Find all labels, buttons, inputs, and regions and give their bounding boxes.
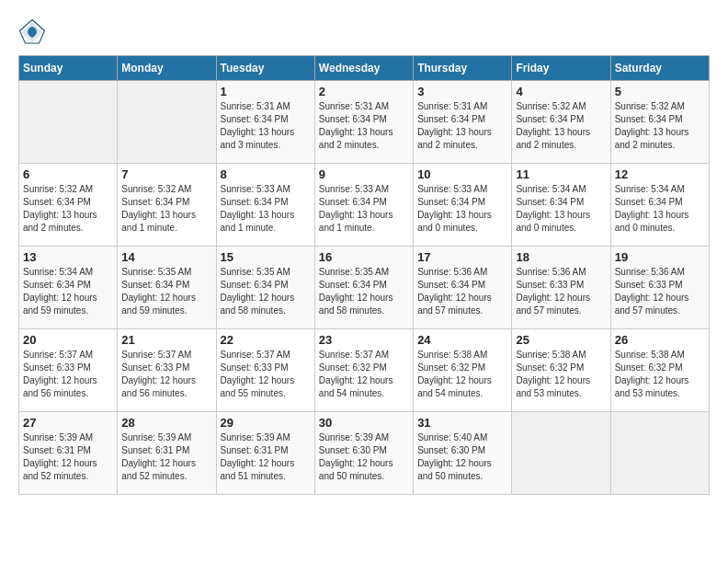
day-info: Sunrise: 5:39 AMSunset: 6:31 PMDaylight:… xyxy=(121,431,211,483)
day-cell: 13Sunrise: 5:34 AMSunset: 6:34 PMDayligh… xyxy=(19,247,118,329)
day-info: Sunrise: 5:33 AMSunset: 6:34 PMDaylight:… xyxy=(319,183,409,235)
day-info: Sunrise: 5:39 AMSunset: 6:30 PMDaylight:… xyxy=(319,431,409,483)
day-number: 9 xyxy=(319,167,409,181)
day-number: 11 xyxy=(516,167,606,181)
day-cell: 19Sunrise: 5:36 AMSunset: 6:33 PMDayligh… xyxy=(610,247,709,329)
week-row-5: 27Sunrise: 5:39 AMSunset: 6:31 PMDayligh… xyxy=(19,412,710,495)
day-number: 22 xyxy=(221,333,311,347)
day-number: 29 xyxy=(221,416,311,430)
day-number: 5 xyxy=(615,85,705,98)
day-number: 3 xyxy=(417,85,507,98)
day-info: Sunrise: 5:34 AMSunset: 6:34 PMDaylight:… xyxy=(615,183,705,235)
day-number: 21 xyxy=(121,333,211,347)
day-cell: 29Sunrise: 5:39 AMSunset: 6:31 PMDayligh… xyxy=(216,412,314,495)
day-info: Sunrise: 5:40 AMSunset: 6:30 PMDaylight:… xyxy=(417,431,507,483)
week-row-3: 13Sunrise: 5:34 AMSunset: 6:34 PMDayligh… xyxy=(19,247,710,329)
day-number: 1 xyxy=(221,85,311,98)
day-number: 18 xyxy=(516,250,606,264)
day-cell: 15Sunrise: 5:35 AMSunset: 6:34 PMDayligh… xyxy=(216,247,314,329)
day-cell xyxy=(512,412,610,495)
day-number: 27 xyxy=(23,416,113,430)
day-cell: 1Sunrise: 5:31 AMSunset: 6:34 PMDaylight… xyxy=(216,81,314,164)
day-cell: 10Sunrise: 5:33 AMSunset: 6:34 PMDayligh… xyxy=(414,164,512,247)
day-cell: 27Sunrise: 5:39 AMSunset: 6:31 PMDayligh… xyxy=(19,412,118,495)
day-cell: 21Sunrise: 5:37 AMSunset: 6:33 PMDayligh… xyxy=(118,329,216,412)
day-info: Sunrise: 5:31 AMSunset: 6:34 PMDaylight:… xyxy=(221,100,311,152)
day-number: 7 xyxy=(121,167,211,181)
day-number: 19 xyxy=(615,250,705,264)
day-number: 16 xyxy=(319,250,409,264)
day-cell xyxy=(19,81,118,164)
week-row-4: 20Sunrise: 5:37 AMSunset: 6:33 PMDayligh… xyxy=(19,329,710,412)
day-cell: 16Sunrise: 5:35 AMSunset: 6:34 PMDayligh… xyxy=(314,247,413,329)
day-info: Sunrise: 5:33 AMSunset: 6:34 PMDaylight:… xyxy=(221,183,311,235)
week-row-2: 6Sunrise: 5:32 AMSunset: 6:34 PMDaylight… xyxy=(19,164,710,247)
calendar-table: SundayMondayTuesdayWednesdayThursdayFrid… xyxy=(18,55,710,495)
day-info: Sunrise: 5:32 AMSunset: 6:34 PMDaylight:… xyxy=(516,100,606,152)
day-info: Sunrise: 5:34 AMSunset: 6:34 PMDaylight:… xyxy=(516,183,606,235)
day-cell: 24Sunrise: 5:38 AMSunset: 6:32 PMDayligh… xyxy=(414,329,512,412)
week-row-1: 1Sunrise: 5:31 AMSunset: 6:34 PMDaylight… xyxy=(19,81,710,164)
day-info: Sunrise: 5:33 AMSunset: 6:34 PMDaylight:… xyxy=(417,183,507,235)
day-cell: 18Sunrise: 5:36 AMSunset: 6:33 PMDayligh… xyxy=(512,247,610,329)
day-cell xyxy=(118,81,216,164)
day-cell: 31Sunrise: 5:40 AMSunset: 6:30 PMDayligh… xyxy=(414,412,512,495)
day-number: 4 xyxy=(516,85,606,98)
header-wednesday: Wednesday xyxy=(314,56,413,81)
day-number: 17 xyxy=(417,250,507,264)
day-cell: 14Sunrise: 5:35 AMSunset: 6:34 PMDayligh… xyxy=(118,247,216,329)
day-info: Sunrise: 5:31 AMSunset: 6:34 PMDaylight:… xyxy=(417,100,507,152)
header-tuesday: Tuesday xyxy=(216,56,314,81)
day-cell: 2Sunrise: 5:31 AMSunset: 6:34 PMDaylight… xyxy=(314,81,413,164)
day-number: 13 xyxy=(23,250,113,264)
logo-icon xyxy=(18,18,46,46)
header-sunday: Sunday xyxy=(19,56,118,81)
day-cell: 11Sunrise: 5:34 AMSunset: 6:34 PMDayligh… xyxy=(512,164,610,247)
day-cell: 23Sunrise: 5:37 AMSunset: 6:32 PMDayligh… xyxy=(314,329,413,412)
page-header xyxy=(18,18,710,46)
day-cell: 17Sunrise: 5:36 AMSunset: 6:34 PMDayligh… xyxy=(414,247,512,329)
day-info: Sunrise: 5:35 AMSunset: 6:34 PMDaylight:… xyxy=(319,266,409,317)
day-info: Sunrise: 5:39 AMSunset: 6:31 PMDaylight:… xyxy=(221,431,311,483)
day-cell: 28Sunrise: 5:39 AMSunset: 6:31 PMDayligh… xyxy=(118,412,216,495)
header-row: SundayMondayTuesdayWednesdayThursdayFrid… xyxy=(19,56,710,81)
day-cell: 5Sunrise: 5:32 AMSunset: 6:34 PMDaylight… xyxy=(610,81,709,164)
day-info: Sunrise: 5:38 AMSunset: 6:32 PMDaylight:… xyxy=(615,349,705,400)
day-info: Sunrise: 5:37 AMSunset: 6:33 PMDaylight:… xyxy=(23,349,113,400)
day-info: Sunrise: 5:31 AMSunset: 6:34 PMDaylight:… xyxy=(319,100,409,152)
day-info: Sunrise: 5:36 AMSunset: 6:34 PMDaylight:… xyxy=(417,266,507,317)
day-info: Sunrise: 5:39 AMSunset: 6:31 PMDaylight:… xyxy=(23,431,113,483)
day-cell: 3Sunrise: 5:31 AMSunset: 6:34 PMDaylight… xyxy=(414,81,512,164)
day-info: Sunrise: 5:38 AMSunset: 6:32 PMDaylight:… xyxy=(417,349,507,400)
day-cell: 12Sunrise: 5:34 AMSunset: 6:34 PMDayligh… xyxy=(610,164,709,247)
day-info: Sunrise: 5:34 AMSunset: 6:34 PMDaylight:… xyxy=(23,266,113,317)
day-info: Sunrise: 5:32 AMSunset: 6:34 PMDaylight:… xyxy=(23,183,113,235)
day-info: Sunrise: 5:36 AMSunset: 6:33 PMDaylight:… xyxy=(516,266,606,317)
day-info: Sunrise: 5:35 AMSunset: 6:34 PMDaylight:… xyxy=(221,266,311,317)
day-number: 26 xyxy=(615,333,705,347)
day-cell: 20Sunrise: 5:37 AMSunset: 6:33 PMDayligh… xyxy=(19,329,118,412)
day-number: 25 xyxy=(516,333,606,347)
day-cell: 9Sunrise: 5:33 AMSunset: 6:34 PMDaylight… xyxy=(314,164,413,247)
day-cell: 8Sunrise: 5:33 AMSunset: 6:34 PMDaylight… xyxy=(216,164,314,247)
day-number: 24 xyxy=(417,333,507,347)
day-info: Sunrise: 5:37 AMSunset: 6:32 PMDaylight:… xyxy=(319,349,409,400)
day-cell: 26Sunrise: 5:38 AMSunset: 6:32 PMDayligh… xyxy=(610,329,709,412)
day-number: 28 xyxy=(121,416,211,430)
day-number: 12 xyxy=(615,167,705,181)
header-monday: Monday xyxy=(118,56,216,81)
day-info: Sunrise: 5:37 AMSunset: 6:33 PMDaylight:… xyxy=(221,349,311,400)
day-cell: 6Sunrise: 5:32 AMSunset: 6:34 PMDaylight… xyxy=(19,164,118,247)
day-number: 2 xyxy=(319,85,409,98)
day-number: 10 xyxy=(417,167,507,181)
day-number: 14 xyxy=(121,250,211,264)
day-number: 8 xyxy=(221,167,311,181)
day-number: 20 xyxy=(23,333,113,347)
day-info: Sunrise: 5:32 AMSunset: 6:34 PMDaylight:… xyxy=(121,183,211,235)
header-friday: Friday xyxy=(512,56,610,81)
day-number: 23 xyxy=(319,333,409,347)
header-thursday: Thursday xyxy=(414,56,512,81)
day-cell: 7Sunrise: 5:32 AMSunset: 6:34 PMDaylight… xyxy=(118,164,216,247)
day-info: Sunrise: 5:35 AMSunset: 6:34 PMDaylight:… xyxy=(121,266,211,317)
day-number: 15 xyxy=(221,250,311,264)
